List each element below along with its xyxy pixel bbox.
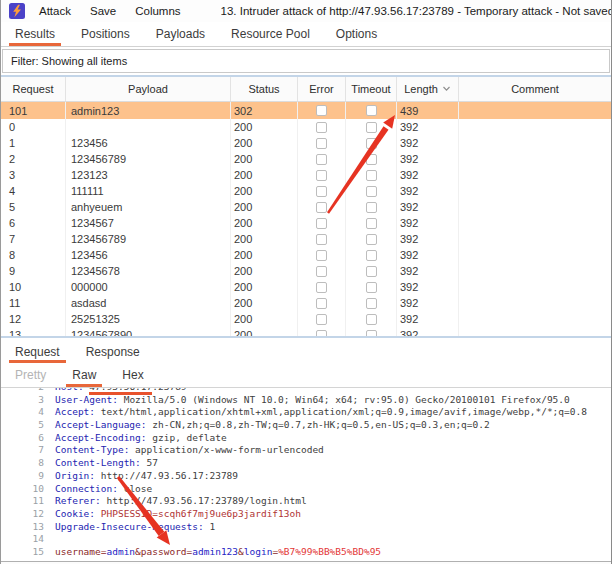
timeout-checkbox[interactable] [366, 122, 377, 133]
line-number: 8 [1, 457, 44, 470]
cell-length: 392 [397, 183, 459, 199]
timeout-checkbox[interactable] [366, 202, 377, 213]
error-checkbox[interactable] [316, 250, 327, 261]
column-header-status[interactable]: Status [231, 77, 298, 101]
table-row[interactable]: 8123456200392 [1, 247, 611, 263]
table-row[interactable]: 1225251325200392 [1, 311, 611, 327]
request-line: 11Referer: http://47.93.56.17:23789/logi… [1, 495, 611, 508]
filter-text: Filter: Showing all items [3, 55, 127, 67]
column-header-comment[interactable]: Comment [459, 77, 611, 101]
table-row[interactable]: 1123456200392 [1, 135, 611, 151]
table-row[interactable]: 2123456789200392 [1, 151, 611, 167]
cell-timeout [346, 295, 397, 311]
line-number: 13 [1, 521, 44, 534]
timeout-checkbox[interactable] [366, 218, 377, 229]
table-row[interactable]: 4111111200392 [1, 183, 611, 199]
line-text: User-Agent: Mozilla/5.0 (Windows NT 10.0… [55, 394, 570, 407]
cell-payload: 123456 [66, 247, 231, 263]
table-row[interactable]: 0200392 [1, 119, 611, 135]
tab-results[interactable]: Results [15, 22, 55, 46]
column-header-timeout[interactable]: Timeout [346, 77, 397, 101]
error-checkbox[interactable] [316, 170, 327, 181]
cell-payload: 123456 [66, 135, 231, 151]
cell-timeout [346, 183, 397, 199]
error-checkbox[interactable] [316, 282, 327, 293]
menu-attack[interactable]: Attack [36, 3, 74, 19]
cell-comment [459, 102, 611, 119]
column-header-length[interactable]: Length [397, 77, 459, 101]
timeout-checkbox[interactable] [366, 170, 377, 181]
tab-options[interactable]: Options [336, 22, 377, 46]
line-text: Connection: close [55, 483, 152, 496]
error-checkbox[interactable] [316, 330, 327, 338]
table-row[interactable]: 912345678200392 [1, 263, 611, 279]
cell-payload: 1234567 [66, 215, 231, 231]
table-row[interactable]: 3123123200392 [1, 167, 611, 183]
error-checkbox[interactable] [316, 298, 327, 309]
timeout-checkbox[interactable] [366, 314, 377, 325]
column-header-request[interactable]: Request [1, 77, 66, 101]
tab-hex[interactable]: Hex [122, 363, 143, 387]
table-row[interactable]: 5anhyeuem200392 [1, 199, 611, 215]
cell-status: 200 [231, 199, 298, 215]
filter-bar[interactable]: Filter: Showing all items [2, 49, 610, 73]
cell-timeout [346, 199, 397, 215]
table-row[interactable]: 7123456789200392 [1, 231, 611, 247]
error-checkbox[interactable] [316, 138, 327, 149]
timeout-checkbox[interactable] [366, 154, 377, 165]
menu-columns[interactable]: Columns [132, 3, 183, 19]
timeout-checkbox[interactable] [366, 234, 377, 245]
error-checkbox[interactable] [316, 234, 327, 245]
table-row[interactable]: 10000000200392 [1, 279, 611, 295]
tab-positions[interactable]: Positions [81, 22, 130, 46]
error-checkbox[interactable] [316, 154, 327, 165]
tab-request[interactable]: Request [15, 341, 60, 363]
timeout-checkbox[interactable] [366, 266, 377, 277]
cell-length: 392 [397, 295, 459, 311]
error-checkbox[interactable] [316, 314, 327, 325]
table-row[interactable]: 61234567200392 [1, 215, 611, 231]
cell-payload: 1234567890 [66, 327, 231, 337]
timeout-checkbox[interactable] [366, 138, 377, 149]
column-header-payload[interactable]: Payload [66, 77, 231, 101]
cell-payload: 123123 [66, 167, 231, 183]
cell-error [298, 295, 346, 311]
sort-descending-icon [442, 86, 451, 92]
tab-raw[interactable]: Raw [72, 363, 96, 387]
timeout-checkbox[interactable] [366, 330, 377, 338]
error-checkbox[interactable] [316, 218, 327, 229]
cell-error [298, 102, 346, 119]
timeout-checkbox[interactable] [366, 186, 377, 197]
request-line: 4Accept: text/html,application/xhtml+xml… [1, 406, 611, 419]
timeout-checkbox[interactable] [366, 298, 377, 309]
error-checkbox[interactable] [316, 105, 327, 116]
error-checkbox[interactable] [316, 266, 327, 277]
table-row[interactable]: 131234567890200392 [1, 327, 611, 337]
cell-error [298, 327, 346, 337]
table-row[interactable]: 101admin123302439 [1, 102, 611, 119]
error-checkbox[interactable] [316, 186, 327, 197]
cell-error [298, 135, 346, 151]
request-editor[interactable]: 2Host: 47.93.56.17:237893User-Agent: Moz… [1, 388, 611, 561]
cell-request: 13 [1, 327, 66, 337]
tab-payloads[interactable]: Payloads [156, 22, 205, 46]
tab-pretty[interactable]: Pretty [15, 363, 46, 387]
tab-response[interactable]: Response [86, 341, 140, 363]
request-line: 13Upgrade-Insecure-Requests: 1 [1, 521, 611, 534]
timeout-checkbox[interactable] [366, 282, 377, 293]
error-checkbox[interactable] [316, 202, 327, 213]
error-checkbox[interactable] [316, 122, 327, 133]
column-header-error[interactable]: Error [298, 77, 346, 101]
cell-comment [459, 327, 611, 337]
cell-length: 392 [397, 199, 459, 215]
line-number: 10 [1, 483, 44, 496]
cell-status: 200 [231, 167, 298, 183]
menu-save[interactable]: Save [87, 3, 119, 19]
table-row[interactable]: 11asdasd200392 [1, 295, 611, 311]
cell-status: 200 [231, 311, 298, 327]
line-number: 7 [1, 444, 44, 457]
timeout-checkbox[interactable] [366, 250, 377, 261]
timeout-checkbox[interactable] [366, 105, 377, 116]
line-text: username=admin&password=admin123&login=%… [55, 546, 381, 559]
tab-resource-pool[interactable]: Resource Pool [231, 22, 310, 46]
